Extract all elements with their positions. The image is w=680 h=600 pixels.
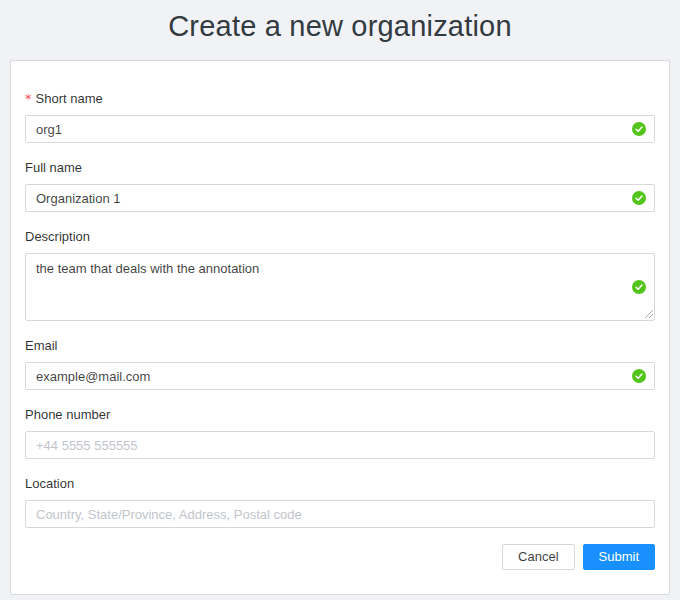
field-location: Location bbox=[25, 475, 655, 528]
description-label: Description bbox=[25, 229, 90, 244]
email-label: Email bbox=[25, 338, 58, 353]
full-name-input[interactable] bbox=[25, 184, 655, 212]
cancel-button[interactable]: Cancel bbox=[502, 544, 574, 570]
page-title: Create a new organization bbox=[0, 7, 680, 45]
field-description: Description the team that deals with the… bbox=[25, 228, 655, 321]
description-textarea[interactable]: the team that deals with the annotation bbox=[25, 253, 655, 321]
email-input[interactable] bbox=[25, 362, 655, 390]
field-phone-number: Phone number bbox=[25, 406, 655, 459]
field-email: Email bbox=[25, 337, 655, 390]
full-name-label: Full name bbox=[25, 160, 82, 175]
required-asterisk: * bbox=[25, 91, 32, 106]
field-short-name: *Short name bbox=[25, 90, 655, 143]
short-name-label: Short name bbox=[36, 91, 103, 106]
form-actions: Cancel Submit bbox=[25, 544, 655, 570]
organization-form-card: *Short name Full name bbox=[10, 60, 670, 595]
phone-number-label: Phone number bbox=[25, 407, 110, 422]
create-organization-form: *Short name Full name bbox=[25, 90, 655, 570]
location-label: Location bbox=[25, 476, 74, 491]
submit-button[interactable]: Submit bbox=[583, 544, 655, 570]
field-full-name: Full name bbox=[25, 159, 655, 212]
phone-number-input[interactable] bbox=[25, 431, 655, 459]
create-organization-page: Create a new organization *Short name Fu… bbox=[0, 7, 680, 595]
location-input[interactable] bbox=[25, 500, 655, 528]
short-name-input[interactable] bbox=[25, 115, 655, 143]
